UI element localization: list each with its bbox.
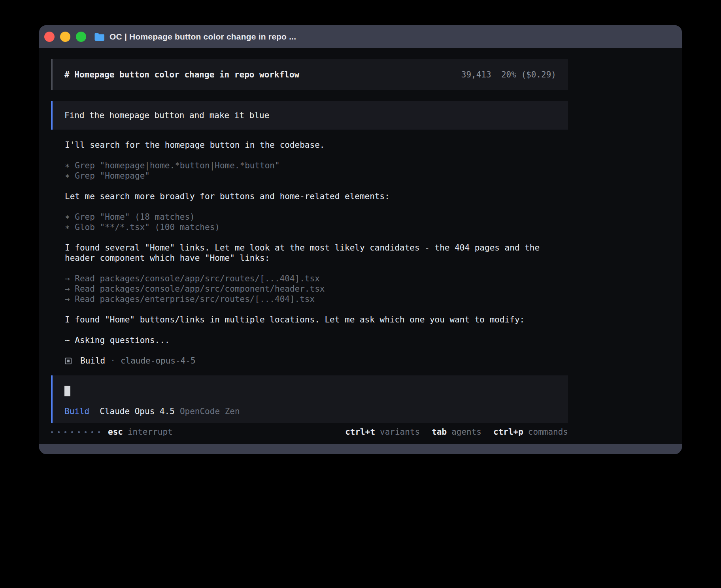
close-button[interactable] <box>44 32 55 42</box>
provider-label: OpenCode Zen <box>180 406 240 416</box>
session-title: # Homepage button color change in repo w… <box>64 70 299 80</box>
assistant-text: I'll search for the homepage button in t… <box>65 140 568 150</box>
tab-key: tab <box>432 427 447 437</box>
folder-icon <box>94 32 105 41</box>
terminal-content: # Homepage button color change in repo w… <box>39 48 682 444</box>
model-name: claude-opus-4-5 <box>121 356 196 366</box>
esc-key-label: interrupt <box>128 427 173 437</box>
status-bar: esc interrupt ctrl+t variants tab agents… <box>51 427 568 437</box>
session-content: # Homepage button color change in repo w… <box>51 59 568 437</box>
assistant-text: ~ Asking questions... <box>65 335 568 345</box>
window-title: OC | Homepage button color change in rep… <box>109 32 296 41</box>
assistant-text: header component which have "Home" links… <box>65 253 568 263</box>
user-message: Find the homepage button and make it blu… <box>51 101 568 130</box>
ctrl-p-label: commands <box>528 427 568 437</box>
session-stats: 39,413 20% ($0.29) <box>461 70 556 80</box>
terminal-window: OC | Homepage button color change in rep… <box>39 25 682 454</box>
status-bar-right: ctrl+t variants tab agents ctrl+p comman… <box>345 427 568 437</box>
assistant-paragraph: Let me search more broadly for buttons a… <box>51 191 568 202</box>
tab-label: agents <box>451 427 481 437</box>
tool-call: ∗ Grep "Homepage" <box>65 171 568 181</box>
prompt-input[interactable]: Build Claude Opus 4.5 OpenCode Zen <box>51 375 568 423</box>
assistant-text: I found "Home" buttons/links in multiple… <box>65 315 568 325</box>
esc-key-hint: esc <box>108 427 123 437</box>
shortcut-hint-commands: ctrl+p commands <box>493 427 568 437</box>
assistant-paragraph: I'll search for the homepage button in t… <box>51 140 568 150</box>
model-label: Claude Opus 4.5 <box>100 406 175 416</box>
window-bottom-edge <box>39 444 682 454</box>
assistant-paragraph: I found several "Home" links. Let me loo… <box>51 243 568 263</box>
tool-call: ∗ Glob "**/*.tsx" (100 matches) <box>65 222 568 232</box>
tool-call: → Read packages/console/app/src/routes/[… <box>65 273 568 284</box>
shortcut-hint-variants: ctrl+t variants <box>345 427 420 437</box>
agent-mode-label: Build <box>64 406 89 416</box>
tool-call: → Read packages/enterprise/src/routes/[.… <box>65 294 568 304</box>
window-controls <box>44 32 86 42</box>
minimize-button[interactable] <box>60 32 70 42</box>
agent-status-row: Build · claude-opus-4-5 <box>65 356 568 366</box>
tool-call: ∗ Grep "homepage|home.*button|Home.*butt… <box>65 160 568 171</box>
assistant-text: I found several "Home" links. Let me loo… <box>65 243 568 253</box>
agent-icon <box>65 358 72 364</box>
tool-call-group: → Read packages/console/app/src/routes/[… <box>51 273 568 304</box>
input-status-row: Build Claude Opus 4.5 OpenCode Zen <box>64 406 556 416</box>
tool-call-group: ∗ Grep "Home" (18 matches) ∗ Glob "**/*.… <box>51 212 568 232</box>
tool-call: ∗ Grep "Home" (18 matches) <box>65 212 568 222</box>
status-bar-left: esc interrupt <box>51 427 173 437</box>
spinner-dots <box>51 431 100 433</box>
tool-call-group: ∗ Grep "homepage|home.*button|Home.*butt… <box>51 160 568 181</box>
text-cursor <box>64 386 70 396</box>
ctrl-t-key: ctrl+t <box>345 427 375 437</box>
user-message-text: Find the homepage button and make it blu… <box>64 111 269 120</box>
tool-call: → Read packages/console/app/src/componen… <box>65 284 568 294</box>
ctrl-t-label: variants <box>380 427 420 437</box>
assistant-paragraph: I found "Home" buttons/links in multiple… <box>51 315 568 325</box>
ctrl-p-key: ctrl+p <box>493 427 523 437</box>
assistant-paragraph: ~ Asking questions... <box>51 335 568 345</box>
assistant-text: Let me search more broadly for buttons a… <box>65 191 568 202</box>
shortcut-hint-agents: tab agents <box>432 427 481 437</box>
session-header: # Homepage button color change in repo w… <box>51 59 568 90</box>
separator-dot: · <box>110 356 115 366</box>
zoom-button[interactable] <box>76 32 86 42</box>
agent-name: Build <box>80 356 105 366</box>
window-titlebar[interactable]: OC | Homepage button color change in rep… <box>39 25 682 48</box>
